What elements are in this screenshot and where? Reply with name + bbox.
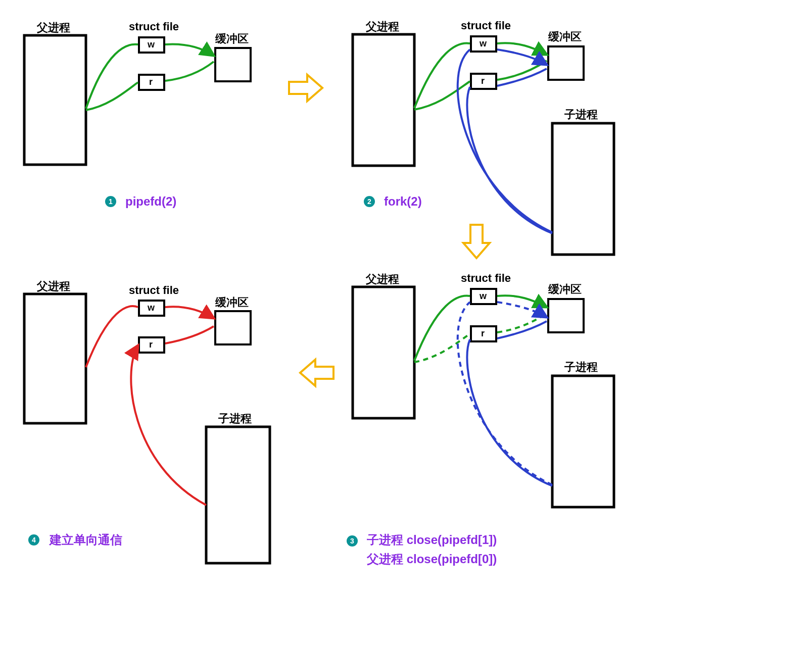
svg-rect-13 xyxy=(552,376,614,507)
buffer-label-1: 缓冲区 xyxy=(215,31,249,46)
r-label-2: r xyxy=(481,76,485,86)
struct-file-label-4: struct file xyxy=(129,284,179,297)
step-3-line2: 父进程 close(pipefd[0]) xyxy=(367,552,497,566)
w-label-2: w xyxy=(480,38,487,49)
svg-rect-14 xyxy=(24,294,86,423)
r-label-4: r xyxy=(149,339,153,350)
r-label-1: r xyxy=(149,77,153,87)
step-3-badge: 3 xyxy=(347,535,358,547)
svg-rect-3 xyxy=(215,48,251,81)
parent-process-label-2: 父进程 xyxy=(366,19,399,34)
svg-rect-8 xyxy=(552,123,614,255)
struct-file-label-2: struct file xyxy=(461,19,511,32)
w-label-3: w xyxy=(480,291,487,302)
svg-rect-18 xyxy=(206,427,270,563)
buffer-label-4: 缓冲区 xyxy=(215,295,249,310)
step-3-text: 子进程 close(pipefd[1]) 父进程 close(pipefd[0]… xyxy=(367,530,497,569)
struct-file-label-1: struct file xyxy=(129,20,179,33)
svg-rect-4 xyxy=(353,34,414,166)
step-3-line1: 子进程 close(pipefd[1]) xyxy=(367,533,497,547)
w-label-1: w xyxy=(148,39,155,50)
panel-4 xyxy=(24,294,270,563)
svg-rect-9 xyxy=(353,287,414,418)
r-label-3: r xyxy=(481,328,485,339)
step-4-text: 建立单向通信 xyxy=(50,530,122,550)
parent-process-label-4: 父进程 xyxy=(37,279,70,294)
flow-arrows xyxy=(289,75,490,386)
svg-rect-7 xyxy=(548,46,584,80)
step-4-badge: 4 xyxy=(28,534,39,545)
buffer-label-3: 缓冲区 xyxy=(548,282,582,297)
child-process-label-2: 子进程 xyxy=(564,107,598,122)
struct-file-label-3: struct file xyxy=(461,272,511,285)
step-2-text: fork(2) xyxy=(384,192,422,211)
child-process-label-3: 子进程 xyxy=(564,360,598,375)
panel-2 xyxy=(353,34,614,255)
w-label-4: w xyxy=(148,303,155,313)
panel-3 xyxy=(353,287,614,507)
step-2-badge: 2 xyxy=(364,196,375,207)
child-process-label-4: 子进程 xyxy=(218,411,252,426)
panel-1 xyxy=(24,35,251,165)
parent-process-label-3: 父进程 xyxy=(366,272,399,287)
parent-process-label-1: 父进程 xyxy=(37,20,70,35)
step-1-text: pipefd(2) xyxy=(125,192,176,211)
svg-rect-0 xyxy=(24,35,86,165)
step-1-badge: 1 xyxy=(105,196,116,207)
buffer-label-2: 缓冲区 xyxy=(548,29,582,44)
svg-rect-17 xyxy=(215,311,251,344)
svg-rect-12 xyxy=(548,299,584,332)
